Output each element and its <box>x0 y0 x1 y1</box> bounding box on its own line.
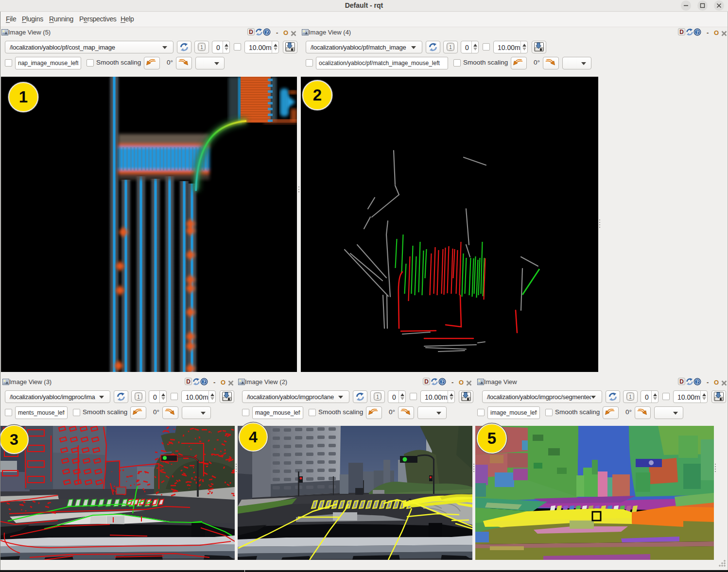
svg-text:?: ? <box>696 379 698 385</box>
svg-text:?: ? <box>265 30 268 35</box>
svg-text:?: ? <box>203 379 205 385</box>
svg-text:?: ? <box>696 30 698 35</box>
svg-text:1: 1 <box>376 394 379 400</box>
svg-text:1: 1 <box>449 45 452 50</box>
svg-text:1: 1 <box>137 394 140 400</box>
svg-text:1: 1 <box>629 394 632 400</box>
svg-text:?: ? <box>441 379 443 385</box>
svg-text:1: 1 <box>200 45 203 50</box>
